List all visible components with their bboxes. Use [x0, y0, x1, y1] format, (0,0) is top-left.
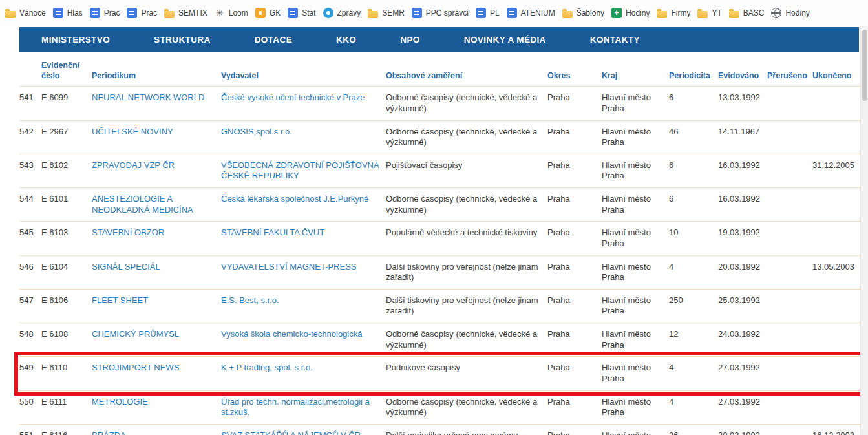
- bookmark-item[interactable]: Prac: [124, 5, 160, 21]
- header-periodikum[interactable]: Periodikum: [92, 52, 221, 87]
- periodikum-link[interactable]: ANESTEZIOLOGIE A NEODKLADNÁ MEDICÍNA: [92, 194, 193, 215]
- cell-obsahove-zamereni: Další tiskoviny pro veřejnost (nelze jin…: [386, 255, 547, 289]
- cell-kraj: Hlavní město Praha: [602, 120, 669, 154]
- header-okres[interactable]: Okres: [547, 52, 602, 87]
- cell-evidovano: 30.03.1992: [718, 424, 767, 435]
- bookmark-item[interactable]: BASC: [726, 6, 767, 21]
- bookmark-item[interactable]: SEMR: [365, 6, 407, 21]
- bookmark-item[interactable]: Zprávy: [321, 5, 364, 21]
- row-index: 543: [19, 154, 41, 187]
- vydavatel-link[interactable]: GNOSIS,spol.s r.o.: [221, 127, 292, 136]
- periodikum-link[interactable]: STAVEBNÍ OBZOR: [92, 228, 164, 237]
- bookmark-item[interactable]: Stat: [285, 5, 318, 21]
- vydavatel-link[interactable]: České vysoké učení technické v Praze: [221, 92, 365, 102]
- bookmark-label: YT: [712, 8, 721, 17]
- nav-item[interactable]: STRUKTURA: [132, 35, 233, 45]
- cell-periodicita: 6: [669, 87, 718, 120]
- cell-kraj: Hlavní město Praha: [602, 222, 669, 255]
- nav-item[interactable]: DOTACE: [233, 35, 314, 45]
- bookmark-label: Loom: [229, 8, 248, 17]
- periodikum-link[interactable]: BRÁZDA: [92, 430, 126, 435]
- scrollbar[interactable]: [860, 26, 868, 435]
- cell-obsahove-zamereni: Odborné časopisy (technické, vědecké a v…: [386, 390, 547, 424]
- periodikum-link[interactable]: SIGNÁL SPECIÁL: [92, 262, 160, 271]
- header-periodicita[interactable]: Periodicita: [669, 52, 718, 87]
- nav-item[interactable]: KKO: [314, 35, 378, 45]
- cell-periodicita: 4: [669, 357, 718, 390]
- scrollbar-thumb[interactable]: [862, 30, 867, 101]
- cell-obsahove-zamereni: Populárně vědecké a technické tiskoviny: [386, 222, 547, 255]
- cell-kraj: Hlavní město Praha: [602, 255, 669, 289]
- header-obsahove-zamereni[interactable]: Obsahové zaměření: [386, 52, 547, 87]
- vydavatel-link[interactable]: SVAZ STATKÁŘŮ A NÁJEMCŮ V ČR: [221, 430, 361, 435]
- cell-okres: Praha: [547, 323, 602, 357]
- vydavatel-link[interactable]: STAVEBNÍ FAKULTA ČVUT: [221, 228, 324, 237]
- table-body: 541 E 6099 NEURAL NETWORK WORLD České vy…: [19, 87, 860, 435]
- cell-periodicita: 46: [669, 120, 718, 154]
- header-preruseno[interactable]: Přerušeno: [767, 52, 812, 87]
- bookmark-item[interactable]: Firmy: [654, 6, 693, 21]
- header-evidovano[interactable]: Evidováno: [718, 52, 767, 87]
- cell-evidencni-cislo: E 6104: [41, 255, 92, 289]
- cell-preruseno: [767, 255, 812, 289]
- cell-periodicita: 6: [669, 188, 718, 222]
- cell-evidovano: 24.03.1992: [718, 323, 767, 357]
- vydavatel-link[interactable]: VŠEOBECNÁ ZDRAVOTNÍ POJIŠŤOVNA ČESKÉ REP…: [221, 160, 379, 181]
- cell-okres: Praha: [547, 289, 602, 323]
- bookmark-item[interactable]: ATENIUM: [504, 5, 558, 21]
- periodikum-link[interactable]: METROLOGIE: [92, 397, 148, 407]
- vydavatel-link[interactable]: K + P trading, spol. s r.o.: [221, 363, 313, 372]
- bookmark-item[interactable]: Hodiny: [609, 5, 652, 21]
- cell-periodicita: 10: [669, 222, 718, 255]
- bookmark-item[interactable]: SEMTIX: [162, 6, 210, 21]
- header-ukonceno[interactable]: Ukončeno: [812, 52, 860, 87]
- cell-obsahove-zamereni: Odborné časopisy (technické, vědecké a v…: [386, 188, 547, 222]
- bookmark-item[interactable]: Loom: [212, 5, 251, 21]
- header-evidencni-cislo[interactable]: Evidenční číslo: [41, 52, 92, 87]
- bookmark-label: PPC správci: [426, 8, 469, 17]
- periodikum-link[interactable]: STROJIMPORT NEWS: [92, 363, 179, 372]
- bookmark-item[interactable]: Prac: [87, 5, 123, 21]
- periodikum-link[interactable]: CHEMICKÝ PRŮMYSL: [92, 329, 179, 339]
- nav-item[interactable]: KONTAKTY: [568, 35, 662, 45]
- periodikum-link[interactable]: FLEET SHEET: [92, 295, 148, 305]
- header-kraj[interactable]: Kraj: [602, 52, 669, 87]
- bookmark-item[interactable]: GK: [253, 5, 283, 21]
- vydavatel-link[interactable]: VYDAVATELSTVÍ MAGNET-PRESS: [221, 262, 357, 271]
- bookmark-item[interactable]: PL: [473, 5, 502, 21]
- vydavatel-link[interactable]: Úřad pro techn. normalizaci,metrologii a…: [221, 397, 370, 418]
- bookmark-item[interactable]: Hlas: [50, 5, 85, 21]
- cell-obsahove-zamereni: Pojišťovací časopisy: [386, 154, 547, 187]
- cell-okres: Praha: [547, 120, 602, 154]
- bookmark-item[interactable]: Hodiny: [768, 5, 812, 21]
- cell-okres: Praha: [547, 357, 602, 390]
- nav-item[interactable]: NPO: [378, 35, 441, 45]
- vydavatel-link[interactable]: E.S. Best, s.r.o.: [221, 295, 279, 305]
- bookmark-item[interactable]: YT: [695, 6, 724, 21]
- nav-item[interactable]: NOVINKY A MÉDIA: [442, 35, 568, 45]
- periodikum-link[interactable]: NEURAL NETWORK WORLD: [92, 92, 204, 102]
- bookmark-label: SEMR: [382, 8, 405, 17]
- cell-ukonceno: 31.12.2005: [812, 154, 860, 187]
- periodikum-link[interactable]: ZPRAVODAJ VZP ČR: [92, 160, 175, 170]
- cell-ukonceno: [812, 323, 860, 357]
- cell-okres: Praha: [547, 154, 602, 187]
- row-index: 551: [19, 424, 41, 435]
- circle-blue-icon: [323, 8, 333, 18]
- bookmark-item[interactable]: Šablony: [560, 6, 607, 21]
- cell-evidovano: 13.03.1992: [718, 87, 767, 120]
- cell-evidovano: 19.03.1992: [718, 222, 767, 255]
- cell-obsahove-zamereni: Odborné časopisy (technické, vědecké a v…: [386, 120, 547, 154]
- cell-evidovano: 20.03.1992: [718, 255, 767, 289]
- bookmark-item[interactable]: PPC správci: [409, 5, 471, 21]
- table-row: 550 E 6111 METROLOGIE Úřad pro techn. no…: [19, 390, 860, 424]
- vydavatel-link[interactable]: Vysoká škola chemicko-technologická: [221, 329, 362, 339]
- doc-blue-icon: [412, 8, 422, 18]
- bookmark-item[interactable]: Vánoce: [3, 6, 48, 21]
- header-vydavatel[interactable]: Vydavatel: [221, 52, 386, 87]
- vydavatel-link[interactable]: Česká lékařská společnost J.E.Purkyně: [221, 194, 368, 204]
- folder-icon: [164, 11, 175, 18]
- periodikum-link[interactable]: UČITELSKÉ NOVINY: [92, 127, 173, 136]
- table-row: 543 E 6102 ZPRAVODAJ VZP ČR VŠEOBECNÁ ZD…: [19, 154, 860, 187]
- nav-item[interactable]: MINISTERSTVO: [19, 35, 132, 45]
